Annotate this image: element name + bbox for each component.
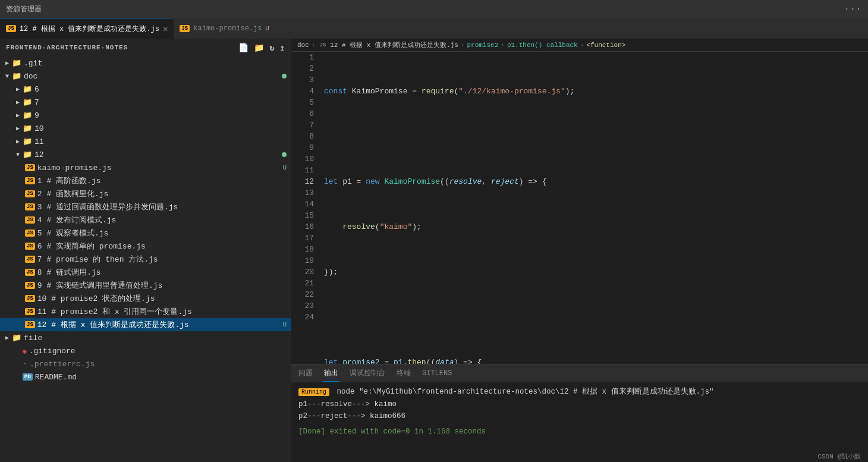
sidebar-item-label: 3 # 通过回调函数处理异步并发问题.js [37,202,291,212]
terminal-footer: CSDN @凯小默 [291,451,868,462]
line-num: 6 [297,108,314,120]
breadcrumb-sep4: › [580,42,584,49]
tab-close-icon[interactable]: ✕ [163,24,168,34]
line-num: 3 [297,74,314,86]
js-file-icon: JS [25,243,35,250]
breadcrumb-doc[interactable]: doc [297,42,309,49]
tab-inactive[interactable]: JS kaimo-promise.js U [174,18,275,39]
tab-problems[interactable]: 问题 [297,364,314,382]
sidebar-item-file1[interactable]: JS 1 # 高阶函数.js [0,174,291,187]
sidebar-item-label: README.md [35,373,291,382]
tab-active[interactable]: JS 12 # 根据 x 值来判断是成功还是失败.js ✕ [0,18,174,39]
line-num: 9 [297,142,314,153]
new-file-icon[interactable]: 📄 [238,43,249,53]
modified-badge [282,74,287,78]
line-num: 12 [297,176,314,187]
breadcrumb: doc › JS 12 # 根据 x 值来判断是成功还是失败.js › prom… [291,39,868,52]
line-num: 16 [297,221,314,232]
sidebar-item-file7[interactable]: JS 7 # promise 的 then 方法.js [0,253,291,266]
running-badge: Running [298,388,329,396]
terminal-path: node "e:\MyGithub\frontend-architecture-… [337,388,714,396]
sidebar-item-file3[interactable]: JS 3 # 通过回调函数处理异步并发问题.js [0,200,291,213]
sidebar-item-readme[interactable]: MD README.md [0,370,291,384]
line-num: 13 [297,187,314,199]
breadcrumb-then[interactable]: p1.then() callback [507,42,578,49]
chevron-right-icon: ▶ [13,125,23,132]
code-editor[interactable]: 1 2 3 4 5 6 7 8 9 10 11 12 13 14 15 16 1… [291,52,868,364]
js-file-icon: JS [25,164,35,171]
js-file-icon: JS [25,269,35,276]
tab-gitlens[interactable]: GITLENS [421,364,453,382]
line-num: 14 [297,199,314,210]
sidebar-item-9[interactable]: ▶ 📁 9 [0,109,291,122]
sidebar-item-file6[interactable]: JS 6 # 实现简单的 promise.js [0,240,291,253]
sidebar-item-11[interactable]: ▶ 📁 11 [0,135,291,148]
sidebar-item-label: 11 [34,137,291,146]
sidebar-item-label: 9 [34,111,291,120]
csdn-badge: CSDN @凯小默 [817,452,861,461]
tab-debug-console[interactable]: 调试控制台 [348,364,386,382]
js-badge-2: JS [180,25,190,32]
sidebar-item-label: file [24,334,291,342]
sidebar-item-7[interactable]: ▶ 📁 7 [0,96,291,109]
sidebar-item-file11[interactable]: JS 11 # promise2 和 x 引用同一个变量.js [0,305,291,318]
js-file-icon: JS [25,308,35,315]
refresh-icon[interactable]: ↻ [269,43,275,53]
js-file-icon: JS [25,190,35,197]
tab-terminal[interactable]: 终端 [395,364,412,382]
sidebar-item-12[interactable]: ▼ 📁 12 [0,148,291,161]
folder-12-icon: 📁 [23,150,32,159]
breadcrumb-file[interactable]: 12 # 根据 x 值来判断是成功还是失败.js [330,40,458,49]
u-badge: U [282,321,287,328]
sidebar-item-file5[interactable]: JS 5 # 观察者模式.js [0,227,291,240]
sidebar-item-prettierrc[interactable]: ⬝ .prettierrc.js [0,357,291,370]
js-file-icon: JS [25,295,35,302]
terminal-tabs: 问题 输出 调试控制台 终端 GITLENS [291,364,868,382]
folder-6-icon: 📁 [23,84,32,94]
sidebar-item-label: 5 # 观察者模式.js [37,228,291,238]
folder-11-icon: 📁 [23,137,32,146]
chevron-right-icon: ▶ [13,112,23,119]
breadcrumb-function[interactable]: <function> [586,42,625,49]
sidebar-item-label: 12 [34,150,282,159]
breadcrumb-promise2[interactable]: promise2 [467,42,498,49]
code-line-7: let promise2 = p1.then((data) => { [324,357,868,364]
sidebar-item-kaimo-promise[interactable]: JS kaimo-promise.js U [0,161,291,174]
sidebar-item-git[interactable]: ▶ 📁 .git [0,56,291,70]
code-line-5: }); [324,266,868,278]
line-num: 8 [297,131,314,142]
sidebar-item-file-folder[interactable]: ▶ 📁 file [0,331,291,344]
sidebar-item-file8[interactable]: JS 8 # 链式调用.js [0,266,291,279]
folder-file-icon: 📁 [12,333,21,342]
sidebar-item-file4[interactable]: JS 4 # 发布订阅模式.js [0,213,291,227]
sidebar-tree: ▶ 📁 .git ▼ 📁 doc ▶ 📁 6 ▶ 📁 7 [0,56,291,462]
terminal-done-line: [Done] exited with code=0 in 1.168 secon… [298,426,861,438]
sidebar-item-label: doc [24,72,282,81]
collapse-icon[interactable]: ↥ [280,43,285,53]
line-num: 10 [297,153,314,165]
u-badge: U [282,164,287,171]
sidebar-item-doc[interactable]: ▼ 📁 doc [0,70,291,83]
sidebar-header: FRONTEND-ARCHITECTURE-NOTES 📄 📁 ↻ ↥ [0,39,291,56]
sidebar-item-label: 9 # 实现链式调用里普通值处理.js [37,280,291,291]
sidebar-item-gitignore[interactable]: ◉ .gitignore [0,344,291,357]
tab-output[interactable]: 输出 [323,364,339,382]
sidebar-item-file10[interactable]: JS 10 # promise2 状态的处理.js [0,292,291,305]
sidebar-item-10[interactable]: ▶ 📁 10 [0,122,291,135]
sidebar-item-file2[interactable]: JS 2 # 函数柯里化.js [0,187,291,200]
sidebar: FRONTEND-ARCHITECTURE-NOTES 📄 📁 ↻ ↥ ▶ 📁 … [0,39,291,462]
sidebar-item-6[interactable]: ▶ 📁 6 [0,83,291,96]
js-file-icon: JS [25,321,35,328]
sidebar-item-label: kaimo-promise.js [37,164,283,172]
title-bar-dots[interactable]: ··· [845,5,862,14]
sidebar-item-file12-selected[interactable]: JS 12 # 根据 x 值来判断是成功还是失败.js U [0,318,291,331]
code-line-6 [324,312,868,323]
new-folder-icon[interactable]: 📁 [254,43,265,53]
line-num: 18 [297,244,314,255]
line-num: 19 [297,255,314,266]
chevron-right-icon: ▶ [2,59,12,67]
sidebar-item-file9[interactable]: JS 9 # 实现链式调用里普通值处理.js [0,279,291,292]
terminal-output1: p1---resolve---> kaimo [298,398,861,410]
terminal-panel: 问题 输出 调试控制台 终端 GITLENS Running node "e:\… [291,364,868,462]
folder-10-icon: 📁 [23,124,32,133]
